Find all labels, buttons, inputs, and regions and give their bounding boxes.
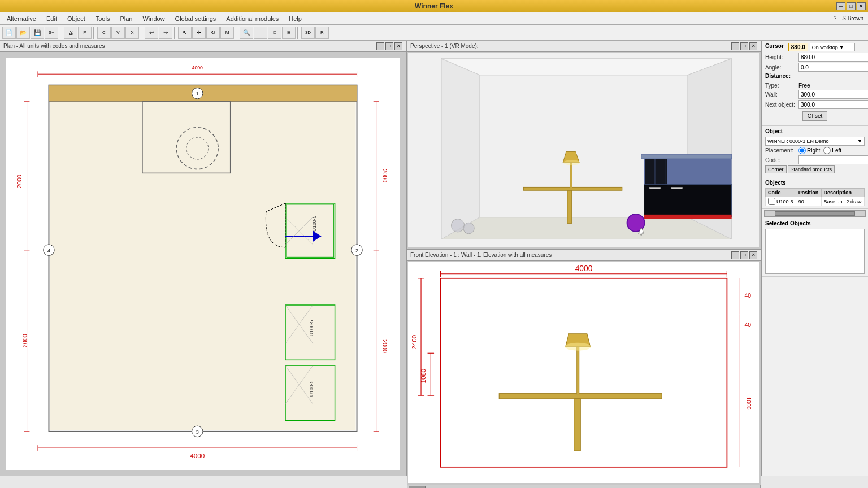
new-button[interactable]: 📄 [2, 27, 16, 39]
object-section-title: Object [765, 128, 865, 134]
cursor-value-display: 880.0 [788, 43, 808, 51]
maximize-button[interactable]: □ [847, 2, 856, 10]
svg-point-72 [451, 219, 464, 232]
placement-left-radio[interactable]: Left [823, 147, 841, 154]
zoom-in-button[interactable]: 🔍 [240, 27, 253, 39]
selected-objects-title: Selected Objects [765, 220, 865, 226]
elevation-minimize[interactable]: ─ [731, 251, 739, 259]
copy-button[interactable]: C [97, 27, 111, 39]
svg-text:3: 3 [196, 429, 199, 435]
perspective-close[interactable]: ✕ [749, 42, 757, 50]
standard-products-button[interactable]: Standard products [788, 165, 835, 173]
menu-object[interactable]: Object [63, 14, 90, 23]
code-input[interactable] [798, 155, 868, 164]
plan-svg: 4000 1 2000 2000 [6, 58, 400, 470]
row-checkbox[interactable] [768, 198, 775, 205]
placement-radio-group: Right Left [798, 147, 841, 154]
elevation-view[interactable]: 4000 2400 1080 40 40 [408, 262, 760, 483]
svg-text:2000: 2000 [381, 169, 388, 182]
svg-text:4000: 4000 [192, 65, 203, 71]
paste-button[interactable]: V [111, 27, 125, 39]
help-icon[interactable]: ? [831, 15, 839, 21]
perspective-panel: Perspective - 1 (VR Mode): ─ □ ✕ [407, 41, 761, 250]
angle-input[interactable] [798, 63, 868, 72]
plan-maximize[interactable]: □ [385, 42, 393, 50]
height-input[interactable] [798, 53, 868, 62]
menu-bar: Alternative Edit Object Tools Plan Windo… [0, 12, 868, 25]
menu-plan[interactable]: Plan [115, 14, 137, 23]
plan-drawing-area[interactable]: 4000 1 2000 2000 [6, 58, 400, 470]
placement-right-input[interactable] [798, 147, 806, 154]
elevation-scrollbar[interactable] [407, 485, 761, 488]
sep1 [60, 27, 62, 39]
perspective-maximize[interactable]: □ [740, 42, 748, 50]
open-button[interactable]: 📂 [16, 27, 30, 39]
svg-text:2000: 2000 [21, 334, 28, 347]
selected-objects-section: Selected Objects [762, 218, 868, 277]
type-label: Type: [765, 82, 796, 89]
save-as-button[interactable]: S+ [45, 27, 58, 39]
menu-global-settings[interactable]: Global settings [171, 14, 221, 23]
scrollbar-thumb[interactable] [409, 486, 426, 488]
type-row: Type: Free [765, 82, 865, 89]
svg-rect-65 [644, 215, 732, 219]
menu-help[interactable]: Help [284, 14, 306, 23]
next-object-input[interactable] [798, 100, 868, 109]
properties-panel: Cursor 880.0 On worktop ▼ Height: Angle:… [761, 41, 868, 476]
offset-button[interactable]: Offset [802, 111, 828, 121]
object-name-dropdown[interactable]: WINNER 0000-3 EN Demo ▼ [765, 137, 865, 146]
window-controls: ─ □ ✕ [836, 2, 866, 10]
perspective-minimize[interactable]: ─ [731, 42, 739, 50]
elevation-maximize[interactable]: □ [740, 251, 748, 259]
wall-input[interactable] [798, 90, 868, 99]
zoom-window-button[interactable]: ⊞ [282, 27, 296, 39]
undo-button[interactable]: ↩ [145, 27, 158, 39]
plan-minimize[interactable]: ─ [376, 42, 384, 50]
distance-title: Distance: [765, 73, 791, 79]
elevation-close[interactable]: ✕ [749, 251, 757, 259]
corner-button[interactable]: Corner [765, 165, 787, 173]
elevation-titlebar: Front Elevation - 1 : Wall - 1. Elevatio… [407, 250, 761, 261]
print-button[interactable]: 🖨 [64, 27, 77, 39]
col-header-description: Description [821, 189, 864, 197]
props-scrollbar[interactable] [764, 210, 866, 217]
svg-rect-96 [574, 399, 581, 451]
placement-right-radio[interactable]: Right [798, 147, 820, 154]
objects-title: Objects [765, 180, 865, 186]
toolbar: 📄 📂 💾 S+ 🖨 P C V X ↩ ↪ ↖ ✛ ↻ M 🔍 - ⊡ ⊞ 3… [0, 25, 868, 41]
menu-alternative[interactable]: Alternative [2, 14, 41, 23]
table-row[interactable]: U100-5 90 Base unit 2 draw [766, 197, 865, 206]
save-button[interactable]: 💾 [31, 27, 44, 39]
cursor-title: Cursor [765, 43, 784, 49]
mirror-button[interactable]: M [220, 27, 234, 39]
plan-close[interactable]: ✕ [394, 42, 402, 50]
svg-rect-69 [570, 163, 572, 188]
menu-additional-modules[interactable]: Additional modules [222, 14, 283, 23]
placement-left-input[interactable] [823, 147, 831, 154]
elevation-panel: Front Elevation - 1 : Wall - 1. Elevatio… [407, 250, 761, 488]
svg-point-73 [463, 223, 474, 233]
svg-text:40: 40 [744, 322, 751, 328]
rotate-button[interactable]: ↻ [206, 27, 220, 39]
code-label: Code: [765, 157, 796, 163]
print-preview-button[interactable]: P [78, 27, 92, 39]
3d-button[interactable]: 3D [301, 27, 315, 39]
menu-tools[interactable]: Tools [91, 14, 115, 23]
objects-section: Objects Code Position Description U1 [762, 177, 868, 209]
perspective-view[interactable] [408, 53, 760, 247]
redo-button[interactable]: ↪ [159, 27, 172, 39]
render-button[interactable]: R [315, 27, 329, 39]
close-button[interactable]: ✕ [857, 2, 866, 10]
zoom-out-button[interactable]: - [254, 27, 267, 39]
move-button[interactable]: ✛ [192, 27, 206, 39]
menu-window[interactable]: Window [138, 14, 169, 23]
props-scrollbar-thumb[interactable] [775, 211, 855, 216]
select-button[interactable]: ↖ [178, 27, 192, 39]
menu-edit[interactable]: Edit [42, 14, 62, 23]
cursor-mode-dropdown[interactable]: On worktop ▼ [810, 43, 855, 51]
minimize-button[interactable]: ─ [836, 2, 845, 10]
svg-rect-97 [576, 347, 579, 394]
cut-button[interactable]: X [125, 27, 139, 39]
zoom-fit-button[interactable]: ⊡ [268, 27, 281, 39]
svg-text:2000: 2000 [16, 175, 23, 188]
